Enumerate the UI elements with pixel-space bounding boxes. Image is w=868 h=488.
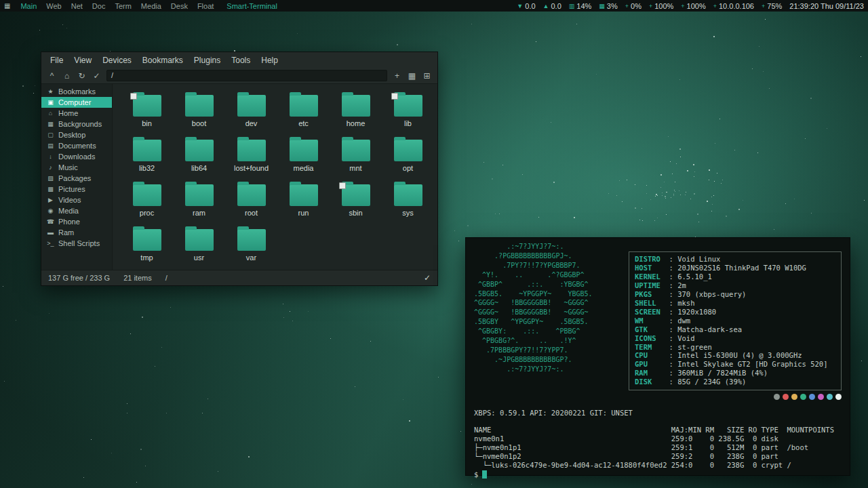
folder-item[interactable]: root (225, 178, 277, 222)
memory-value: 3% (607, 2, 618, 10)
sidebar-item-downloads[interactable]: ↓Downloads (41, 151, 112, 162)
sidebar-item-bookmarks[interactable]: ★Bookmarks (41, 86, 112, 97)
menu-tools[interactable]: Tools (226, 55, 255, 66)
launcher-grid-icon[interactable]: ▦ (4, 2, 10, 9)
sidebar-item-desktop[interactable]: ▢Desktop (41, 129, 112, 140)
folder-item[interactable]: run (277, 178, 330, 222)
sidebar-item-label: Desktop (58, 131, 85, 139)
folder-icon (133, 184, 161, 206)
folder-item[interactable]: usr (173, 222, 225, 267)
fetch-info-key: KERNEL (635, 272, 665, 281)
focused-window-title: Smart-Terminal (226, 2, 277, 10)
menu-plugins[interactable]: Plugins (189, 55, 225, 66)
apply-check-icon[interactable]: ✓ (92, 71, 102, 81)
new-folder-icon[interactable]: ⊞ (422, 71, 432, 81)
sidebar-item-videos[interactable]: ▶Videos (41, 195, 112, 205)
folder-icon (237, 140, 266, 161)
folder-item[interactable]: opt (382, 133, 434, 178)
go-up-icon[interactable]: ^ (47, 71, 57, 81)
view-mode-icon[interactable]: ▦ (407, 71, 417, 81)
folder-item[interactable]: sbin (330, 178, 382, 222)
folder-item[interactable]: bin (121, 88, 173, 133)
workspace-tag[interactable]: Media (136, 2, 166, 10)
sidebar-item-computer[interactable]: ▣Computer (41, 97, 112, 108)
refresh-icon[interactable]: ↻ (77, 71, 87, 81)
file-manager-window[interactable]: File View Devices Bookmarks Plugins Tool… (41, 52, 438, 286)
workspace-tag[interactable]: Float (193, 2, 218, 10)
folder-item[interactable]: var (225, 222, 277, 267)
folder-icon (133, 229, 161, 251)
terminal-icon: >_ (46, 240, 55, 247)
net-up-value: 0.0 (551, 2, 561, 10)
workspace-tag[interactable]: Main (16, 2, 41, 10)
sidebar-item-shell-scripts[interactable]: >_Shell Scripts (41, 238, 112, 249)
sidebar-item-label: Ram (58, 228, 74, 237)
sidebar-item-label: Shell Scripts (58, 239, 100, 247)
folder-icon (185, 184, 214, 206)
sidebar-item-packages[interactable]: ▧Packages (41, 173, 112, 184)
folder-item[interactable]: ram (173, 178, 225, 222)
video-icon: ▶ (46, 197, 55, 203)
lsblk-output: NAME MAJ:MIN RM SIZE RO TYPE MOUNTPOINTS… (474, 426, 842, 470)
sidebar-item-documents[interactable]: ▤Documents (41, 140, 112, 151)
sidebar-item-pictures[interactable]: ▩Pictures (41, 184, 112, 195)
fetch-info-sep: : (665, 281, 677, 289)
mic-indicator: +0% (625, 2, 642, 10)
home-icon[interactable]: ⌂ (62, 71, 72, 81)
fetch-info-key: WM (635, 317, 665, 325)
folder-item[interactable]: lib64 (173, 133, 225, 178)
workspace-tag[interactable]: Net (66, 2, 87, 10)
workspace-tag[interactable]: Desk (166, 2, 193, 10)
workspace-tag[interactable]: Web (41, 2, 66, 10)
battery-icon: + (762, 3, 765, 9)
sidebar-item-backgrounds[interactable]: ▦Backgrounds (41, 119, 112, 129)
fetch-info-key: CPU (635, 351, 665, 360)
sidebar-item-music[interactable]: ♪Music (41, 162, 112, 173)
fetch-info-value: dwm (677, 317, 690, 325)
fetch-info-key: UPTIME (635, 281, 665, 290)
sidebar-item-media[interactable]: ◉Media (41, 205, 112, 216)
fetch-info-key: SHELL (635, 299, 665, 308)
sidebar-item-label: Documents (58, 142, 96, 150)
fetch-info-value: 20JNS02S16 ThinkPad T470 W10DG (677, 264, 806, 272)
folder-item[interactable]: tmp (121, 222, 173, 267)
folder-icon (133, 140, 161, 161)
folder-item[interactable]: lib32 (121, 133, 173, 178)
sidebar-item-phone[interactable]: ☎Phone (41, 216, 112, 227)
sidebar-item-label: Packages (58, 174, 91, 182)
menu-devices[interactable]: Devices (98, 55, 136, 66)
mic-value: 0% (631, 2, 642, 10)
battery-value: 75% (767, 2, 782, 10)
folder-item[interactable]: home (330, 88, 382, 133)
folder-item[interactable]: dev (225, 88, 277, 133)
fetch-info-row: PKGS : 370 (xbps-query) (635, 290, 835, 299)
sidebar-item-ram[interactable]: ▬Ram (41, 227, 112, 238)
new-tab-icon[interactable]: + (392, 71, 402, 81)
folder-item[interactable]: mnt (330, 133, 382, 178)
image-icon: ▦ (46, 121, 55, 127)
workspace-tag[interactable]: Term (110, 2, 136, 10)
fetch-info-value: Matcha-dark-sea (677, 325, 742, 333)
folder-item[interactable]: etc (277, 88, 330, 133)
sidebar-item-home[interactable]: ⌂Home (41, 108, 112, 119)
menu-file[interactable]: File (45, 55, 68, 66)
phone-icon: ☎ (46, 218, 55, 225)
folder-item[interactable]: lost+found (225, 133, 277, 178)
menu-help[interactable]: Help (256, 55, 283, 66)
fetch-output: .:~7?JYYJ?7~:. .?PGBBBBBBBBBBGPJ~. .7PY?… (474, 242, 842, 390)
folder-item[interactable]: media (277, 133, 330, 178)
fetch-info-sep: : (665, 317, 677, 325)
folder-item[interactable]: boot (173, 88, 225, 133)
menu-bookmarks[interactable]: Bookmarks (138, 55, 188, 66)
star-icon: ★ (46, 88, 55, 95)
menu-view[interactable]: View (69, 55, 96, 66)
fetch-info-key: TERM (635, 343, 665, 352)
folder-item[interactable]: proc (121, 178, 173, 222)
folder-item[interactable]: sys (382, 178, 434, 222)
workspace-tag[interactable]: Doc (87, 2, 111, 10)
folder-item[interactable]: lib (382, 88, 434, 133)
folder-icon (290, 140, 318, 161)
terminal-window[interactable]: .:~7?JYYJ?7~:. .?PGBBBBBBBBBBGPJ~. .7PY?… (465, 237, 850, 476)
fetch-info-key: RAM (635, 369, 665, 378)
path-input[interactable]: / (106, 70, 387, 81)
